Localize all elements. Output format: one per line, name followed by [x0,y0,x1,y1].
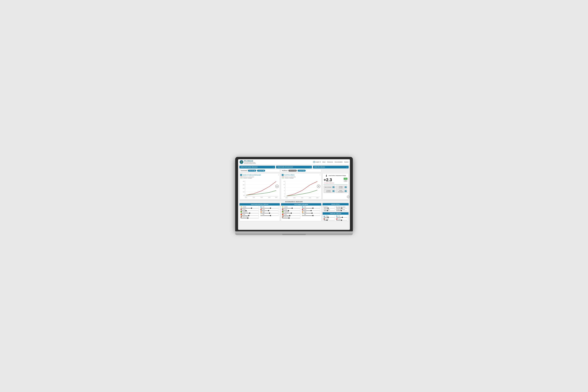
starch-roots-supply-track[interactable] [282,218,300,218]
eggs-menu[interactable]: ⋮ [278,211,279,212]
chart-a-menu[interactable]: ⋮ [278,174,279,176]
eggs-track[interactable] [260,213,279,214]
cereals-thumb[interactable] [251,208,252,209]
milk-supply-track[interactable] [302,216,320,216]
meat-supply-thumb[interactable] [310,210,312,211]
pandemic-menu[interactable]: ⋮ [334,206,335,208]
meat-menu[interactable]: ⋮ [278,209,279,210]
pandemic-thumb[interactable] [328,208,329,209]
dimension-selector-btn[interactable]: Select food system dimension ⌄ [240,166,275,168]
fish-loss-thumb[interactable] [342,217,343,218]
meat-loss-track[interactable] [336,220,348,220]
fish-supply-thumb[interactable] [312,208,314,209]
fish-loss-menu[interactable]: ⋮ [346,215,348,217]
starch-roots-menu[interactable]: ⋮ [258,216,259,218]
vegetables-supply-thumb[interactable] [291,212,292,214]
nav-documentation[interactable]: Documentation [335,161,342,163]
fruits-thumb[interactable] [248,215,249,216]
meat-thumb[interactable] [268,210,269,211]
credit-agric-menu[interactable]: ⋮ [334,209,335,210]
flood-thumb[interactable] [328,217,329,218]
foreign-invest-track[interactable] [336,210,348,211]
long-term-btn-resilience[interactable]: Long-term ▶ [298,170,306,172]
dev-flows-thumb[interactable] [341,208,342,209]
fruits-supply-track[interactable] [282,216,300,216]
fish-thumb[interactable] [270,208,271,209]
milk-menu[interactable]: ⋮ [278,214,279,215]
foreign-invest-menu[interactable]: ⋮ [346,209,348,210]
pulses-loss-track[interactable] [324,220,335,220]
fish-supply-track[interactable] [302,208,320,208]
vegetables-thumb[interactable] [249,212,250,214]
fruits-menu[interactable]: ⋮ [258,214,259,215]
fish-supply-menu[interactable]: ⋮ [319,206,320,208]
meat-track[interactable] [260,210,279,211]
starch-roots-supply-thumb[interactable] [288,218,290,218]
chart-a-play-btn[interactable]: ▶ [240,174,242,176]
foreign-invest-thumb[interactable] [341,210,342,211]
cereals-supply-menu[interactable]: ⋮ [300,206,301,208]
meat-loss-menu[interactable]: ⋮ [346,218,348,220]
language-selector[interactable]: 🌐 English ▼ [313,161,321,163]
long-term-btn-assessment[interactable]: Long-term ▶ [257,170,265,172]
nav-resources[interactable]: Resources [327,161,333,163]
compare-scenarios-btn[interactable]: Compare Scenarios ▶ [324,190,335,193]
dev-flows-menu[interactable]: ⋮ [346,206,348,208]
eggs-supply-menu[interactable]: ⋮ [319,211,320,212]
vegetables-supply-menu[interactable]: ⋮ [300,211,301,212]
change-scenario-btn[interactable]: Change Scenario ▶ [336,186,348,189]
fruits-track[interactable] [240,216,259,216]
meat-loss-thumb[interactable] [341,220,342,221]
flood-menu[interactable]: ⋮ [334,215,335,217]
year-2030-btn[interactable]: 2030 [344,178,348,180]
meat-supply-track[interactable] [302,210,320,211]
starch-roots-track[interactable] [240,218,259,218]
milk-track[interactable] [260,216,279,216]
fruits-supply-menu[interactable]: ⋮ [300,214,301,215]
starch-roots-thumb[interactable] [247,218,248,218]
reset-assumption-btn[interactable]: Reset Assumption ▶ [336,190,348,193]
eggs-thumb[interactable] [269,212,270,214]
pulses-track[interactable] [240,210,259,211]
pulses-supply-menu[interactable]: ⋮ [300,209,301,210]
nav-about[interactable]: About [322,161,325,163]
fruits-supply-thumb[interactable] [289,215,290,216]
chart-d-play-btn[interactable]: ▶ [282,174,284,176]
indicator-selector-btn[interactable]: Select the indicator ⌄ [313,166,348,168]
pulses-loss-menu[interactable]: ⋮ [334,218,335,220]
vegetables-track[interactable] [240,213,259,214]
pulses-loss-thumb[interactable] [326,220,328,221]
save-scenario-btn[interactable]: Save Scenario ▶ [324,186,335,189]
cereals-track[interactable] [240,208,259,208]
short-term-btn-assessment[interactable]: Short-term ▶ [248,170,256,172]
cereals-supply-track[interactable] [282,208,300,208]
starch-roots-supply-menu[interactable]: ⋮ [300,216,301,218]
fish-track[interactable] [260,208,279,208]
pandemic-track[interactable] [324,208,335,208]
milk-supply-menu[interactable]: ⋮ [319,214,320,215]
dev-flows-track[interactable] [336,208,348,208]
pulses-menu[interactable]: ⋮ [258,209,259,210]
credit-agric-track[interactable] [324,210,335,211]
vegetables-menu[interactable]: ⋮ [258,211,259,212]
year-2060-btn[interactable]: 2060 [344,180,348,182]
pulses-supply-thumb[interactable] [288,210,289,211]
eggs-supply-thumb[interactable] [312,212,312,214]
nav-explore[interactable]: Explore [344,161,348,163]
milk-supply-thumb[interactable] [312,215,314,216]
fish-menu[interactable]: ⋮ [278,206,279,208]
fish-loss-track[interactable] [336,217,348,218]
cereals-menu[interactable]: ⋮ [258,206,259,208]
credit-agric-thumb[interactable] [327,210,328,211]
flood-track[interactable] [324,217,335,218]
pulses-thumb[interactable] [246,210,246,211]
pulses-supply-track[interactable] [282,210,300,211]
short-term-btn-resilience[interactable]: Short-term ▶ [288,170,297,172]
vegetables-supply-track[interactable] [282,213,300,214]
cereals-supply-thumb[interactable] [292,208,293,209]
meat-supply-menu[interactable]: ⋮ [319,209,320,210]
eggs-supply-track[interactable] [302,213,320,214]
milk-thumb[interactable] [270,215,271,216]
chart-d-menu[interactable]: ⋮ [319,174,321,176]
scale-selector-btn[interactable]: Select Scale of Assessment ⌄ [276,166,312,168]
